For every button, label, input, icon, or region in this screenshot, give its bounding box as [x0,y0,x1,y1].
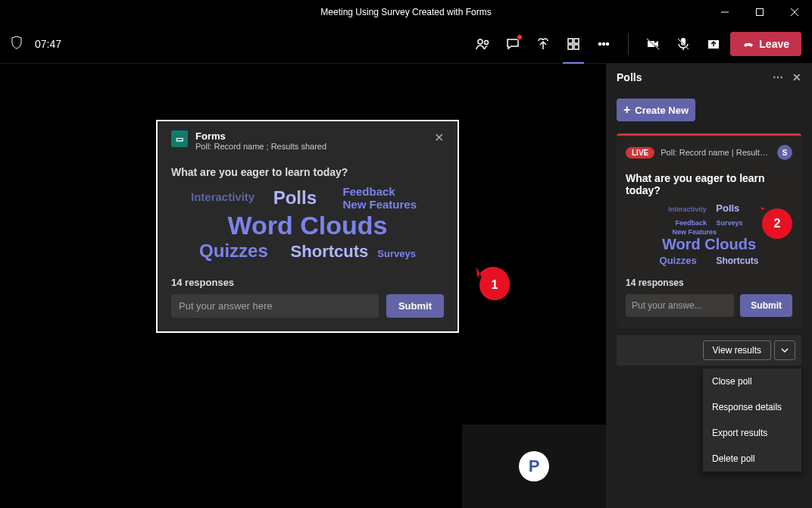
mic-off-icon[interactable] [670,30,697,58]
reactions-icon[interactable] [529,30,557,58]
svg-point-11 [603,42,605,45]
close-button[interactable] [777,0,812,24]
share-icon[interactable] [700,30,727,58]
forms-app-name: Forms [195,130,326,142]
menu-delete-poll[interactable]: Delete poll [703,446,801,472]
word-new-features: New Features [672,228,745,236]
polls-panel: Polls ⋯ ✕ + Create New LIVE Poll: Record… [606,64,812,508]
submit-button[interactable]: Submit [740,294,792,317]
svg-point-12 [607,42,609,45]
svg-rect-8 [568,45,573,49]
word-surveys: Surveys [716,219,742,227]
forms-subtitle: Poll: Record name ; Results shared [195,142,326,151]
poll-question: What are you eager to learn today? [626,172,792,196]
word-word-clouds: Word Clouds [171,211,444,240]
word-cloud: Interactivity Polls Feedback New Feature… [171,178,444,266]
submit-button[interactable]: Submit [386,294,444,318]
word-interactivity: Interactivity [191,190,255,203]
answer-input[interactable] [626,294,734,317]
live-badge: LIVE [626,147,654,158]
chevron-down-icon [780,346,789,355]
svg-rect-9 [574,45,579,49]
word-polls: Polls [273,187,317,209]
toolbar-separator [628,33,629,55]
window-title: Meeting Using Survey Created with Forms [320,7,491,17]
panel-title: Polls [617,71,642,83]
word-quizzes: Quizzes [660,255,697,266]
word-polls: Polls [716,202,739,214]
answer-input[interactable] [171,294,379,318]
create-new-label: Create New [635,105,689,116]
view-results-dropdown[interactable] [774,340,795,360]
word-quizzes: Quizzes [199,240,268,261]
word-feedback: Feedback [342,185,417,198]
callout-marker-1: 1 [476,267,510,300]
poll-actions-menu: Close poll Response details Export resul… [617,368,801,472]
svg-point-10 [599,42,601,45]
word-shortcuts: Shortcuts [716,256,758,266]
poll-question: What are you eager to learn today? [171,166,444,178]
svg-point-5 [485,40,489,44]
more-icon[interactable]: ⋯ [773,71,783,83]
camera-off-icon[interactable] [639,30,667,58]
chat-notification-dot [517,34,523,40]
close-icon[interactable]: ✕ [792,71,801,83]
meeting-toolbar: 07:47 Leave [0,24,812,64]
minimize-button[interactable] [707,0,742,24]
shield-icon [11,36,23,52]
avatar: P [519,451,549,481]
word-new-features: New Features [342,198,417,211]
meeting-duration: 07:47 [35,38,61,50]
svg-rect-1 [757,9,764,16]
response-count: 14 responses [171,277,444,288]
forms-poll-card: ▭ Forms Poll: Record name ; Results shar… [156,120,459,333]
close-icon[interactable]: ✕ [434,130,444,145]
leave-button[interactable]: Leave [730,32,801,56]
meeting-stage: ▭ Forms Poll: Record name ; Results shar… [0,64,606,508]
menu-export-results[interactable]: Export results [703,420,801,446]
author-avatar-letter: S [782,149,788,157]
forms-app-icon: ▭ [171,130,188,147]
view-results-button[interactable]: View results [703,340,771,360]
poll-meta: Poll: Record name | Results s... [661,148,771,157]
chat-icon[interactable] [499,30,526,58]
menu-response-details[interactable]: Response details [703,394,801,420]
callout-marker-2: 2 [760,207,794,240]
word-surveys: Surveys [377,248,416,259]
apps-icon[interactable] [560,30,587,58]
view-results-bar: View results [617,335,801,365]
people-icon[interactable] [469,30,496,58]
menu-close-poll[interactable]: Close poll [703,368,801,394]
create-new-button[interactable]: + Create New [617,99,695,121]
svg-point-4 [478,39,483,44]
avatar-letter: P [529,456,540,476]
svg-rect-7 [574,39,579,43]
response-count: 14 responses [626,278,792,288]
word-shortcuts: Shortcuts [291,242,369,261]
callout-number: 1 [476,267,510,300]
more-icon[interactable] [590,30,617,58]
leave-label: Leave [759,38,789,50]
author-avatar: S [777,145,792,160]
window-titlebar: Meeting Using Survey Created with Forms [0,0,812,24]
word-feedback: Feedback [675,219,707,227]
hangup-icon [742,38,754,50]
callout-number: 2 [760,207,794,240]
maximize-button[interactable] [742,0,777,24]
participant-tile: P [462,425,606,508]
svg-rect-6 [568,39,573,43]
word-interactivity: Interactivity [668,205,707,213]
